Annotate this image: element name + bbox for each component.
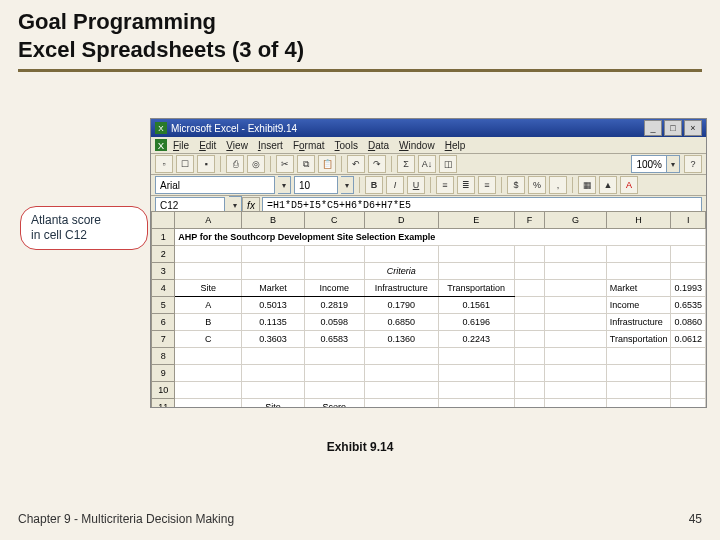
cell-I6[interactable]: 0.0860	[671, 314, 706, 331]
print-icon[interactable]: ⎙	[226, 155, 244, 173]
cell-A6[interactable]: B	[175, 314, 242, 331]
cell-H7[interactable]: Transportation	[606, 331, 671, 348]
row-header[interactable]: 4	[152, 280, 175, 297]
row-header[interactable]: 1	[152, 229, 175, 246]
cell-C5[interactable]: 0.2819	[304, 297, 364, 314]
new-icon[interactable]: ▫	[155, 155, 173, 173]
row-header[interactable]: 6	[152, 314, 175, 331]
cell-C7[interactable]: 0.6583	[304, 331, 364, 348]
font-dropdown-icon[interactable]: ▾	[278, 176, 291, 194]
excel-icon: X	[155, 122, 167, 134]
cell-D6[interactable]: 0.6850	[364, 314, 438, 331]
col-header-H[interactable]: H	[606, 212, 671, 229]
cell-D7[interactable]: 0.1360	[364, 331, 438, 348]
underline-button[interactable]: U	[407, 176, 425, 194]
chart-icon[interactable]: ◫	[439, 155, 457, 173]
cell-A5[interactable]: A	[175, 297, 242, 314]
align-right-icon[interactable]: ≡	[478, 176, 496, 194]
comma-icon[interactable]: ,	[549, 176, 567, 194]
row-header[interactable]: 8	[152, 348, 175, 365]
percent-icon[interactable]: %	[528, 176, 546, 194]
cell-I4[interactable]: 0.1993	[671, 280, 706, 297]
cell-E5[interactable]: 0.1561	[438, 297, 514, 314]
row-header[interactable]: 11	[152, 399, 175, 408]
col-header-F[interactable]: F	[514, 212, 544, 229]
row-header[interactable]: 5	[152, 297, 175, 314]
cell-D4[interactable]: Infrastructure	[364, 280, 438, 297]
cell-C4[interactable]: Income	[304, 280, 364, 297]
cell-B7[interactable]: 0.3603	[242, 331, 305, 348]
cut-icon[interactable]: ✂	[276, 155, 294, 173]
bold-button[interactable]: B	[365, 176, 383, 194]
col-header-A[interactable]: A	[175, 212, 242, 229]
cell-B4[interactable]: Market	[242, 280, 305, 297]
autosum-icon[interactable]: Σ	[397, 155, 415, 173]
callout-atlanta-score: Atlanta score in cell C12	[20, 206, 148, 250]
undo-icon[interactable]: ↶	[347, 155, 365, 173]
size-dropdown-icon[interactable]: ▾	[341, 176, 354, 194]
row-header[interactable]: 9	[152, 365, 175, 382]
menu-insert[interactable]: Insert	[258, 140, 283, 151]
zoom-dropdown-icon[interactable]: ▾	[667, 155, 680, 173]
italic-button[interactable]: I	[386, 176, 404, 194]
borders-icon[interactable]: ▦	[578, 176, 596, 194]
fill-color-icon[interactable]: ▲	[599, 176, 617, 194]
cell-E4[interactable]: Transportation	[438, 280, 514, 297]
cell-C6[interactable]: 0.0598	[304, 314, 364, 331]
cell-D3[interactable]: Criteria	[364, 263, 438, 280]
minimize-button[interactable]: _	[644, 120, 662, 136]
cell-I5[interactable]: 0.6535	[671, 297, 706, 314]
cell-C11[interactable]: Score	[304, 399, 364, 408]
col-header-B[interactable]: B	[242, 212, 305, 229]
save-icon[interactable]: ▪	[197, 155, 215, 173]
font-name-box[interactable]: Arial	[155, 176, 275, 194]
menu-view[interactable]: View	[226, 140, 248, 151]
zoom-value[interactable]: 100%	[631, 155, 667, 173]
cell-H4[interactable]: Market	[606, 280, 671, 297]
menu-window[interactable]: Window	[399, 140, 435, 151]
font-size-box[interactable]: 10	[294, 176, 338, 194]
menu-data[interactable]: Data	[368, 140, 389, 151]
row-header[interactable]: 2	[152, 246, 175, 263]
paste-icon[interactable]: 📋	[318, 155, 336, 173]
col-header-D[interactable]: D	[364, 212, 438, 229]
row-header[interactable]: 10	[152, 382, 175, 399]
cell-E6[interactable]: 0.6196	[438, 314, 514, 331]
currency-icon[interactable]: $	[507, 176, 525, 194]
cell-A7[interactable]: C	[175, 331, 242, 348]
align-center-icon[interactable]: ≣	[457, 176, 475, 194]
cell-D5[interactable]: 0.1790	[364, 297, 438, 314]
align-left-icon[interactable]: ≡	[436, 176, 454, 194]
cell-A4[interactable]: Site	[175, 280, 242, 297]
worksheet-grid[interactable]: A B C D E F G H I 1AHP for the Southcorp…	[151, 211, 706, 407]
menu-file[interactable]: FFileile	[173, 140, 189, 151]
col-header-C[interactable]: C	[304, 212, 364, 229]
col-header-G[interactable]: G	[545, 212, 607, 229]
copy-icon[interactable]: ⧉	[297, 155, 315, 173]
redo-icon[interactable]: ↷	[368, 155, 386, 173]
select-all-corner[interactable]	[152, 212, 175, 229]
menu-help[interactable]: Help	[445, 140, 466, 151]
preview-icon[interactable]: ◎	[247, 155, 265, 173]
cell-H6[interactable]: Infrastructure	[606, 314, 671, 331]
cell-E7[interactable]: 0.2243	[438, 331, 514, 348]
col-header-I[interactable]: I	[671, 212, 706, 229]
close-button[interactable]: ×	[684, 120, 702, 136]
cell-H5[interactable]: Income	[606, 297, 671, 314]
cell-I7[interactable]: 0.0612	[671, 331, 706, 348]
row-header[interactable]: 7	[152, 331, 175, 348]
menu-format[interactable]: Format	[293, 140, 325, 151]
cell-A1[interactable]: AHP for the Southcorp Development Site S…	[175, 229, 706, 246]
menu-edit[interactable]: Edit	[199, 140, 216, 151]
help-icon[interactable]: ?	[684, 155, 702, 173]
sort-asc-icon[interactable]: A↓	[418, 155, 436, 173]
cell-B11[interactable]: Site	[242, 399, 305, 408]
open-icon[interactable]: ☐	[176, 155, 194, 173]
cell-B6[interactable]: 0.1135	[242, 314, 305, 331]
cell-B5[interactable]: 0.5013	[242, 297, 305, 314]
row-header[interactable]: 3	[152, 263, 175, 280]
menu-tools[interactable]: Tools	[335, 140, 358, 151]
maximize-button[interactable]: □	[664, 120, 682, 136]
font-color-icon[interactable]: A	[620, 176, 638, 194]
col-header-E[interactable]: E	[438, 212, 514, 229]
